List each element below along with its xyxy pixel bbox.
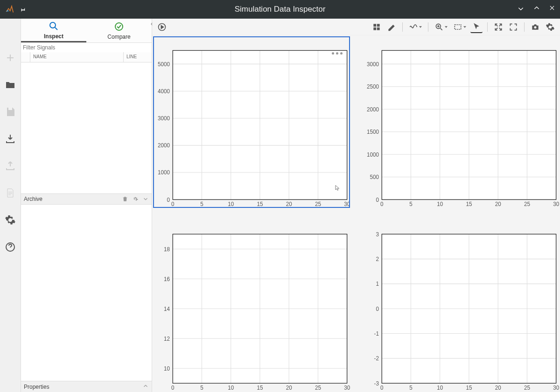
svg-text:-3: -3 [374, 380, 379, 386]
open-folder-button[interactable] [4, 78, 17, 91]
svg-text:0: 0 [380, 385, 384, 391]
archive-body [21, 205, 152, 381]
svg-text:5: 5 [200, 201, 203, 207]
svg-text:16: 16 [164, 275, 170, 282]
svg-text:30: 30 [553, 385, 559, 391]
svg-point-10 [534, 26, 537, 28]
svg-point-2 [115, 23, 123, 30]
svg-text:5: 5 [409, 201, 413, 207]
svg-text:30: 30 [344, 201, 350, 207]
svg-rect-7 [377, 27, 380, 30]
chevron-up-icon[interactable] [142, 383, 149, 389]
tab-label: Inspect [44, 33, 63, 40]
svg-text:0: 0 [376, 196, 379, 202]
svg-text:10: 10 [164, 365, 170, 371]
minimize-button[interactable] [517, 5, 525, 14]
collapse-handle-icon[interactable]: ‹ [151, 21, 157, 27]
add-button[interactable] [4, 51, 17, 64]
svg-rect-4 [373, 24, 376, 27]
svg-text:-2: -2 [374, 355, 379, 361]
svg-text:1: 1 [376, 281, 378, 287]
svg-text:12: 12 [164, 335, 170, 341]
stream-toggle-button[interactable] [156, 21, 168, 33]
chevron-down-icon[interactable] [142, 196, 149, 202]
archive-section-header[interactable]: Archive [21, 193, 152, 205]
plot-toolbar [152, 19, 560, 35]
svg-text:1000: 1000 [367, 151, 379, 157]
svg-rect-5 [377, 24, 380, 27]
svg-text:0: 0 [167, 196, 170, 202]
pin-icon[interactable] [19, 6, 26, 13]
tab-compare[interactable]: Compare [86, 19, 152, 42]
svg-point-1 [50, 22, 56, 28]
svg-text:14: 14 [164, 305, 170, 311]
titlebar: Simulation Data Inspector [0, 0, 560, 19]
visualization-settings-button[interactable] [544, 21, 556, 33]
svg-text:15: 15 [257, 385, 263, 391]
column-line[interactable]: LINE [124, 52, 152, 62]
filter-signals-input[interactable] [21, 43, 152, 52]
section-title: Archive [24, 196, 42, 202]
close-button[interactable] [549, 5, 555, 14]
svg-text:15: 15 [466, 385, 472, 391]
svg-text:2500: 2500 [367, 83, 379, 89]
svg-text:2000: 2000 [158, 142, 170, 148]
svg-text:1500: 1500 [367, 129, 379, 135]
svg-text:2000: 2000 [367, 106, 379, 112]
left-toolstrip [0, 19, 21, 392]
svg-text:5: 5 [200, 385, 203, 391]
preferences-button[interactable] [4, 213, 17, 227]
side-panel: ‹ Inspect Compare NAME LINE Archive [21, 19, 152, 392]
svg-text:5000: 5000 [158, 61, 170, 67]
svg-text:0: 0 [376, 305, 379, 311]
layout-grid-button[interactable] [371, 21, 383, 33]
svg-text:20: 20 [495, 201, 501, 207]
svg-rect-6 [373, 27, 376, 30]
svg-text:-1: -1 [374, 330, 379, 336]
subplot-menu-icon[interactable] [332, 52, 343, 55]
svg-text:15: 15 [257, 201, 263, 207]
signals-table-body [21, 62, 152, 193]
svg-text:1000: 1000 [158, 169, 170, 175]
tab-inspect[interactable]: Inspect [21, 19, 86, 42]
properties-section-header[interactable]: Properties [21, 381, 152, 392]
tab-label: Compare [107, 34, 130, 40]
window-title: Simulation Data Inspector [235, 5, 326, 14]
export-button[interactable] [4, 159, 17, 172]
gear-icon[interactable] [132, 196, 139, 202]
subplot-bottom-right[interactable]: 051015202530-3-2-10123 [362, 220, 559, 392]
matlab-logo-icon [5, 5, 14, 14]
maximize-button[interactable] [533, 5, 540, 14]
signals-table-header: NAME LINE [21, 52, 152, 62]
svg-text:0: 0 [380, 201, 384, 207]
svg-text:10: 10 [437, 201, 443, 207]
pointer-button[interactable] [470, 21, 483, 33]
box-select-button[interactable] [452, 21, 468, 33]
svg-text:4000: 4000 [158, 88, 170, 94]
snapshot-button[interactable] [529, 21, 541, 33]
svg-text:3000: 3000 [367, 61, 379, 67]
fit-to-view-button[interactable] [492, 21, 504, 33]
svg-text:10: 10 [228, 385, 234, 391]
help-button[interactable] [4, 241, 17, 254]
zoom-button[interactable] [433, 21, 449, 33]
svg-text:3000: 3000 [158, 115, 170, 121]
report-button[interactable] [4, 186, 17, 199]
trash-icon[interactable] [122, 196, 128, 202]
svg-text:25: 25 [524, 201, 530, 207]
subplot-bottom-left[interactable]: 0510152025301012141618 [153, 220, 350, 392]
subplot-top-left[interactable]: 051015202530010002000300040005000 [153, 36, 350, 208]
svg-text:5: 5 [409, 385, 413, 391]
import-button[interactable] [4, 132, 17, 145]
clear-subplot-button[interactable] [385, 21, 398, 33]
svg-text:20: 20 [286, 385, 292, 391]
cursor-measure-button[interactable] [407, 21, 423, 33]
svg-text:0: 0 [171, 201, 175, 207]
svg-text:500: 500 [370, 174, 379, 180]
svg-text:10: 10 [228, 201, 234, 207]
save-button[interactable] [4, 105, 17, 118]
column-name[interactable]: NAME [30, 52, 124, 62]
svg-text:30: 30 [344, 385, 350, 391]
maximize-axes-button[interactable] [507, 21, 519, 33]
subplot-top-right[interactable]: 051015202530050010001500200025003000 [362, 36, 559, 208]
